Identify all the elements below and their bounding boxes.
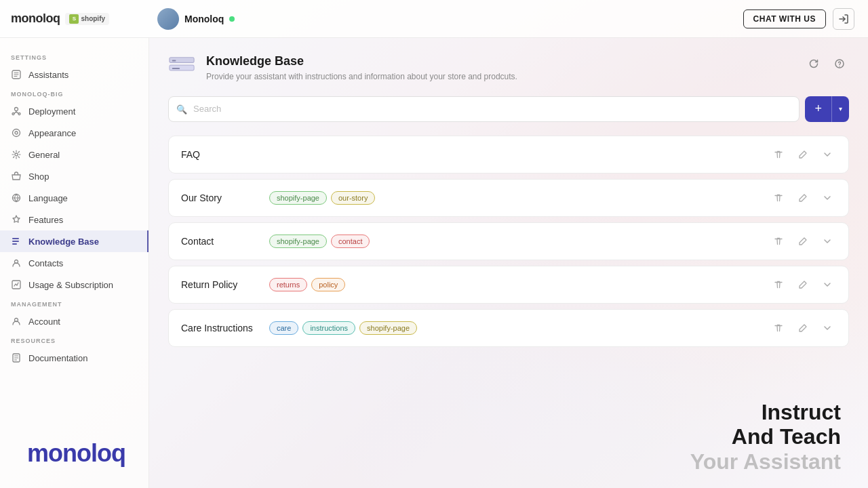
sidebar-item-features[interactable]: Features [0, 209, 149, 230]
sidebar-item-language[interactable]: Language [0, 187, 149, 209]
settings-section-label: SETTINGS [0, 49, 149, 64]
status-indicator [229, 16, 235, 22]
sidebar-item-account[interactable]: Account [0, 310, 149, 332]
search-input[interactable] [168, 96, 800, 122]
kb-item-name: Our Story [181, 192, 269, 203]
kb-item-actions [770, 146, 836, 163]
shopify-icon: S [69, 14, 79, 24]
resources-label: RESOURCES [0, 332, 149, 347]
topbar-right: CHAT WITH US [743, 8, 854, 30]
edit-button[interactable] [794, 189, 812, 207]
tag: contact [331, 235, 370, 248]
svg-rect-15 [170, 58, 194, 63]
edit-button[interactable] [794, 319, 812, 337]
edit-button[interactable] [794, 146, 812, 163]
general-icon [11, 149, 22, 160]
kb-item-name: FAQ [181, 149, 269, 160]
avatar [157, 8, 179, 30]
sidebar-item-contacts[interactable]: Contacts [0, 252, 149, 274]
delete-button[interactable] [770, 276, 787, 293]
svg-point-20 [839, 66, 840, 66]
user-name: Monoloq [184, 14, 224, 24]
tag: shopify-page [269, 191, 327, 205]
sidebar-item-general[interactable]: General [0, 144, 149, 165]
delete-button[interactable] [770, 189, 787, 207]
expand-button[interactable] [818, 189, 836, 207]
sidebar-item-assistants[interactable]: Assistants [0, 64, 149, 85]
tagline-line1: Instruct [690, 400, 841, 425]
expand-button[interactable] [818, 276, 836, 293]
page-header-left: Knowledge Base Provide your assistant wi… [168, 54, 517, 83]
shopify-label: shopify [81, 15, 105, 22]
svg-rect-17 [172, 60, 176, 62]
usage-icon [11, 279, 22, 290]
features-icon [11, 214, 22, 225]
page-subtitle: Provide your assistant with instructions… [206, 71, 517, 83]
edit-button[interactable] [794, 232, 812, 250]
shop-icon [11, 171, 22, 182]
sidebar-item-shop[interactable]: Shop [0, 165, 149, 187]
tag: shopify-page [269, 235, 327, 248]
refresh-button[interactable] [804, 54, 823, 73]
tag: care [269, 321, 298, 335]
kb-item-actions [770, 189, 836, 207]
delete-button[interactable] [770, 146, 787, 163]
knowledge-base-icon [11, 236, 22, 247]
docs-icon [11, 352, 22, 363]
assistants-icon [11, 69, 22, 80]
page-title: Knowledge Base [206, 54, 517, 68]
sidebar: SETTINGS Assistants MONOLOQ-BIG [0, 38, 149, 488]
topbar: monoloq S shopify Monoloq CHAT WITH US [0, 0, 868, 38]
svg-point-3 [18, 113, 20, 115]
svg-point-5 [15, 131, 18, 134]
kb-tags: care instructions shopify-page [269, 321, 770, 335]
bottom-logo-area: monoloq [27, 439, 125, 468]
sidebar-item-knowledge-base[interactable]: Knowledge Base [0, 230, 149, 252]
kb-item-contact: Contact shopify-page contact [168, 222, 849, 260]
delete-button[interactable] [770, 319, 787, 337]
sidebar-item-usage[interactable]: Usage & Subscription [0, 274, 149, 296]
svg-point-2 [12, 113, 14, 115]
svg-rect-10 [12, 243, 17, 245]
deployment-icon [11, 106, 22, 117]
page-title-area: Knowledge Base Provide your assistant wi… [206, 54, 517, 83]
tag: our-story [331, 191, 375, 205]
language-icon [11, 192, 22, 203]
search-input-wrap: 🔍 [168, 96, 800, 122]
tag: instructions [302, 321, 355, 335]
assistants-label: Assistants [28, 70, 68, 80]
expand-button[interactable] [818, 319, 836, 337]
logo: monoloq [11, 12, 60, 26]
kb-item-care-instructions: Care Instructions care instructions shop… [168, 309, 849, 347]
appearance-icon [11, 127, 22, 138]
knowledge-base-list: FAQ [168, 136, 849, 352]
svg-point-1 [15, 108, 18, 111]
management-label: MANAGEMENT [0, 296, 149, 310]
account-icon [11, 316, 22, 327]
docs-label: Documentation [28, 353, 87, 363]
kb-item-name: Contact [181, 236, 269, 247]
expand-button[interactable] [818, 232, 836, 250]
logout-button[interactable] [833, 8, 854, 30]
expand-button[interactable] [818, 146, 836, 163]
sidebar-item-appearance[interactable]: Appearance [0, 122, 149, 144]
sidebar-item-deployment[interactable]: Deployment [0, 100, 149, 122]
kb-item-actions [770, 276, 836, 293]
delete-button[interactable] [770, 232, 787, 250]
logout-icon [838, 14, 849, 24]
user-area: Monoloq [157, 8, 732, 30]
page-header-actions [804, 54, 849, 73]
kb-item-our-story: Our Story shopify-page our-story [168, 179, 849, 217]
tagline-area: Instruct And Teach Your Assistant [690, 400, 841, 474]
tag: shopify-page [359, 321, 417, 335]
sidebar-item-documentation[interactable]: Documentation [0, 347, 149, 369]
chat-with-us-button[interactable]: CHAT WITH US [743, 9, 826, 28]
logo-area: monoloq S shopify [11, 12, 146, 26]
tagline-line3: Your Assistant [690, 449, 841, 474]
kb-item-actions [770, 232, 836, 250]
search-row: 🔍 + ▾ [168, 96, 849, 122]
edit-button[interactable] [794, 276, 812, 293]
add-button[interactable]: + ▾ [805, 96, 849, 122]
help-button[interactable] [830, 54, 849, 73]
bottom-logo: monoloq [27, 439, 125, 468]
